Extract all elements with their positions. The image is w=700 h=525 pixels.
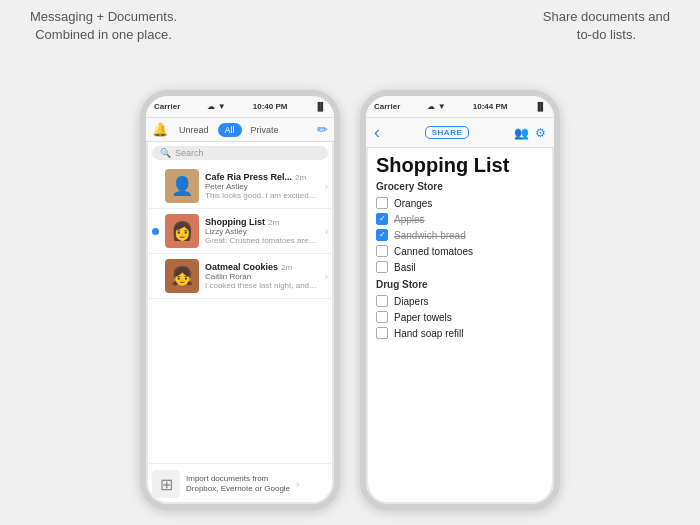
- share-button[interactable]: SHARE: [425, 126, 470, 139]
- search-icon: 🔍: [160, 148, 171, 158]
- list-item-sandwich-bread[interactable]: Sandwich bread: [376, 227, 544, 243]
- tab-private[interactable]: Private: [244, 123, 286, 137]
- message-title-1: Cafe Ria Press Rel...2m: [205, 172, 319, 182]
- wifi-icon-2: ☁ ▼: [427, 102, 445, 111]
- message-content-2: Shopping List2m Lizzy Astley Great. Crus…: [205, 217, 319, 245]
- label-apples: Apples: [394, 214, 425, 225]
- checkbox-paper-towels[interactable]: [376, 311, 388, 323]
- messaging-header: 🔔 Unread All Private ✏: [146, 118, 334, 142]
- message-content-1: Cafe Ria Press Rel...2m Peter Astley Thi…: [205, 172, 319, 200]
- avatar-1: 👤: [165, 169, 199, 203]
- chevron-right-2: ›: [325, 226, 328, 237]
- import-chevron: ›: [296, 479, 299, 490]
- shopping-list-title: Shopping List: [376, 154, 544, 177]
- chevron-right-1: ›: [325, 181, 328, 192]
- status-bar-1: Carrier ☁ ▼ 10:40 PM ▐▌: [146, 96, 334, 118]
- shopping-list-content: Shopping List Grocery Store Oranges Appl…: [366, 148, 554, 504]
- list-item-paper-towels[interactable]: Paper towels: [376, 309, 544, 325]
- left-caption: Messaging + Documents. Combined in one p…: [30, 8, 177, 44]
- message-item-3[interactable]: 👧 Oatmeal Cookies2m Caitlin Roran I cook…: [146, 254, 334, 299]
- message-item-1[interactable]: 👤 Cafe Ria Press Rel...2m Peter Astley T…: [146, 164, 334, 209]
- status-bar-2: Carrier ☁ ▼ 10:44 PM ▐▌: [366, 96, 554, 118]
- message-preview-2: Great. Crushed tomatoes are on sale, so …: [205, 236, 319, 245]
- battery-2: ▐▌: [535, 102, 546, 111]
- search-bar[interactable]: 🔍 Search: [152, 146, 328, 160]
- label-sandwich-bread: Sandwich bread: [394, 230, 466, 241]
- list-item-basil[interactable]: Basil: [376, 259, 544, 275]
- message-sender-1: Peter Astley: [205, 182, 319, 191]
- import-section[interactable]: ⊞ Import documents from Dropbox, Evernot…: [146, 463, 334, 504]
- message-content-3: Oatmeal Cookies2m Caitlin Roran I cooked…: [205, 262, 319, 290]
- time-1: 10:40 PM: [253, 102, 288, 111]
- message-item-2[interactable]: 👩 Shopping List2m Lizzy Astley Great. Cr…: [146, 209, 334, 254]
- shopping-nav-header: ‹ SHARE 👥 ⚙: [366, 118, 554, 148]
- label-oranges: Oranges: [394, 198, 432, 209]
- checkbox-hand-soap[interactable]: [376, 327, 388, 339]
- message-preview-3: I cooked these last night, and they were…: [205, 281, 319, 290]
- import-text: Import documents from Dropbox, Evernote …: [186, 474, 290, 495]
- carrier-1: Carrier: [154, 102, 180, 111]
- plus-icon: ⊞: [160, 475, 173, 494]
- label-basil: Basil: [394, 262, 416, 273]
- carrier-2: Carrier: [374, 102, 400, 111]
- right-caption: Share documents and to-do lists.: [543, 8, 670, 44]
- message-list: 👤 Cafe Ria Press Rel...2m Peter Astley T…: [146, 164, 334, 463]
- messaging-phone: Carrier ☁ ▼ 10:40 PM ▐▌ 🔔 Unread All Pri…: [140, 90, 340, 510]
- list-item-apples[interactable]: Apples: [376, 211, 544, 227]
- label-paper-towels: Paper towels: [394, 312, 452, 323]
- tab-unread[interactable]: Unread: [172, 123, 216, 137]
- checkbox-basil[interactable]: [376, 261, 388, 273]
- label-diapers: Diapers: [394, 296, 428, 307]
- label-canned-tomatoes: Canned tomatoes: [394, 246, 473, 257]
- chevron-right-3: ›: [325, 271, 328, 282]
- back-button[interactable]: ‹: [374, 122, 380, 143]
- section-grocery: Grocery Store: [376, 181, 544, 192]
- list-item-oranges[interactable]: Oranges: [376, 195, 544, 211]
- people-icon[interactable]: 👥: [514, 126, 529, 140]
- settings-icon[interactable]: ⚙: [535, 126, 546, 140]
- battery-1: ▐▌: [315, 102, 326, 111]
- list-item-hand-soap[interactable]: Hand soap refill: [376, 325, 544, 341]
- list-item-diapers[interactable]: Diapers: [376, 293, 544, 309]
- checkbox-oranges[interactable]: [376, 197, 388, 209]
- shopping-phone: Carrier ☁ ▼ 10:44 PM ▐▌ ‹ SHARE 👥 ⚙ Shop…: [360, 90, 560, 510]
- label-hand-soap: Hand soap refill: [394, 328, 463, 339]
- message-title-3: Oatmeal Cookies2m: [205, 262, 319, 272]
- message-sender-3: Caitlin Roran: [205, 272, 319, 281]
- list-item-canned-tomatoes[interactable]: Canned tomatoes: [376, 243, 544, 259]
- checkbox-apples[interactable]: [376, 213, 388, 225]
- bell-icon[interactable]: 🔔: [152, 122, 168, 137]
- time-2: 10:44 PM: [473, 102, 508, 111]
- compose-icon[interactable]: ✏: [317, 122, 328, 137]
- checkbox-diapers[interactable]: [376, 295, 388, 307]
- message-preview-1: This looks good. I am excited for the: [205, 191, 319, 200]
- import-icon: ⊞: [152, 470, 180, 498]
- wifi-icon-1: ☁ ▼: [207, 102, 225, 111]
- tab-bar: Unread All Private: [172, 123, 311, 137]
- message-title-2: Shopping List2m: [205, 217, 319, 227]
- message-sender-2: Lizzy Astley: [205, 227, 319, 236]
- unread-dot-2: [152, 228, 159, 235]
- search-placeholder: Search: [175, 148, 204, 158]
- header-action-icons: 👥 ⚙: [514, 126, 546, 140]
- checkbox-canned-tomatoes[interactable]: [376, 245, 388, 257]
- avatar-3: 👧: [165, 259, 199, 293]
- avatar-2: 👩: [165, 214, 199, 248]
- section-drug-store: Drug Store: [376, 279, 544, 290]
- checkbox-sandwich-bread[interactable]: [376, 229, 388, 241]
- tab-all[interactable]: All: [218, 123, 242, 137]
